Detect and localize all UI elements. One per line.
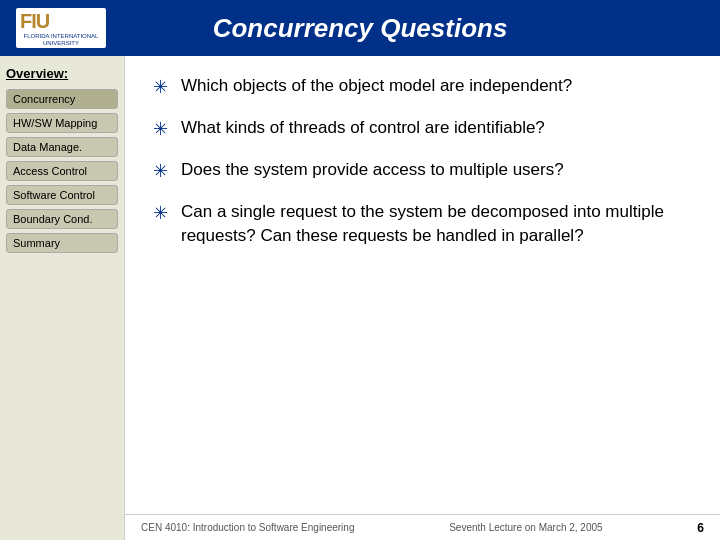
- snowflake-icon-1: ✳: [153, 78, 168, 96]
- bullet-text-3: Does the system provide access to multip…: [181, 158, 564, 182]
- bullet-1: ✳ Which objects of the object model are …: [149, 74, 696, 98]
- bullet-text-4: Can a single request to the system be de…: [181, 200, 696, 248]
- bullet-icon-2: ✳: [149, 118, 171, 140]
- bullet-text-1: Which objects of the object model are in…: [181, 74, 572, 98]
- snowflake-icon-2: ✳: [153, 120, 168, 138]
- sidebar-item-summary[interactable]: Summary: [6, 233, 118, 253]
- bullet-icon-3: ✳: [149, 160, 171, 182]
- sidebar-item-hwsw[interactable]: HW/SW Mapping: [6, 113, 118, 133]
- bullet-2: ✳ What kinds of threads of control are i…: [149, 116, 696, 140]
- footer-center: Seventh Lecture on March 2, 2005: [449, 522, 602, 533]
- fiu-text: FIU: [20, 10, 102, 33]
- sidebar-item-concurrency[interactable]: Concurrency: [6, 89, 118, 109]
- footer-page: 6: [697, 521, 704, 535]
- content-area: ✳ Which objects of the object model are …: [125, 56, 720, 540]
- bullet-4: ✳ Can a single request to the system be …: [149, 200, 696, 248]
- sidebar-item-data[interactable]: Data Manage.: [6, 137, 118, 157]
- bullet-icon-4: ✳: [149, 202, 171, 224]
- sidebar-item-access[interactable]: Access Control: [6, 161, 118, 181]
- snowflake-icon-4: ✳: [153, 204, 168, 222]
- page-title: Concurrency Questions: [213, 13, 508, 44]
- snowflake-icon-3: ✳: [153, 162, 168, 180]
- footer-left: CEN 4010: Introduction to Software Engin…: [141, 522, 354, 533]
- bullet-text-2: What kinds of threads of control are ide…: [181, 116, 545, 140]
- sidebar-item-software[interactable]: Software Control: [6, 185, 118, 205]
- fiu-logo: FIU Florida International University: [16, 8, 106, 48]
- footer: CEN 4010: Introduction to Software Engin…: [125, 514, 720, 540]
- sidebar-overview-label: Overview:: [6, 66, 118, 81]
- main-layout: Overview: Concurrency HW/SW Mapping Data…: [0, 56, 720, 540]
- sidebar-item-boundary[interactable]: Boundary Cond.: [6, 209, 118, 229]
- sidebar: Overview: Concurrency HW/SW Mapping Data…: [0, 56, 125, 540]
- logo-area: FIU Florida International University: [16, 8, 106, 48]
- fiu-subtitle: Florida International University: [20, 33, 102, 46]
- bullet-icon-1: ✳: [149, 76, 171, 98]
- header: FIU Florida International University Con…: [0, 0, 720, 56]
- bullet-3: ✳ Does the system provide access to mult…: [149, 158, 696, 182]
